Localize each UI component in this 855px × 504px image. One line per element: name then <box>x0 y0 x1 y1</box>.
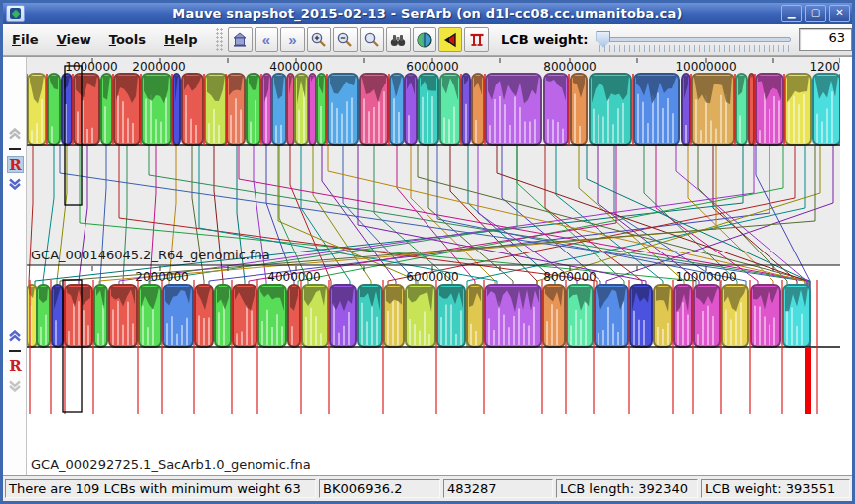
svg-text:4000000: 4000000 <box>267 270 320 284</box>
status-lcb-weight: LCB weight: 393551 <box>701 479 850 498</box>
app-window: Mauve snapshot_2015-02-13 - SerArb (on d… <box>0 0 855 504</box>
genome1-label: GCA_000146045.2_R64_genomic.fna <box>31 248 270 262</box>
status-lcb-length: LCB length: 392340 <box>556 479 698 498</box>
svg-text:10000000: 10000000 <box>675 60 736 74</box>
recolor-icon <box>441 31 459 49</box>
svg-text:8000000: 8000000 <box>543 270 596 284</box>
slider-groove <box>598 37 791 42</box>
maximize-button[interactable]: ▢ <box>805 5 826 22</box>
svg-text:8000000: 8000000 <box>543 60 596 74</box>
svg-text:6000000: 6000000 <box>406 60 458 74</box>
chevron-up-icon <box>8 128 22 140</box>
close-button[interactable]: ✕ <box>829 5 850 22</box>
window-title: Mauve snapshot_2015-02-13 - SerArb (on d… <box>3 6 852 21</box>
reverse-label: R <box>7 358 24 375</box>
status-contig-name: BK006936.2 <box>319 479 440 498</box>
home-button[interactable] <box>228 27 252 52</box>
status-lcb-count: There are 109 LCBs with minimum weight 6… <box>5 479 316 498</box>
find-button[interactable] <box>386 27 410 52</box>
genome1-move-up-button[interactable] <box>7 128 22 140</box>
svg-text:2000000: 2000000 <box>132 60 185 74</box>
forward-icon: » <box>288 32 296 47</box>
menu-help[interactable]: Help <box>155 32 206 47</box>
alignment-viewer: R R <box>3 56 852 476</box>
menu-file[interactable]: File <box>3 32 48 47</box>
toolbar-drag-handle[interactable] <box>216 28 224 52</box>
svg-text:10000000: 10000000 <box>675 270 736 284</box>
status-bar: There are 109 LCBs with minimum weight 6… <box>3 476 852 501</box>
genome2-label: GCA_000292725.1_SacArb1.0_genomic.fna <box>31 457 311 472</box>
zoom-select-button[interactable] <box>360 27 384 52</box>
lcb-weight-slider[interactable] <box>594 28 793 52</box>
zoom-out-icon <box>336 31 354 49</box>
lcb-weight-value[interactable]: 63 <box>799 28 852 51</box>
genome-viewport[interactable]: 1000000200000040000006000000800000010000… <box>27 57 849 475</box>
back-icon: « <box>262 32 270 47</box>
forward-button[interactable]: » <box>280 27 304 52</box>
genome-control-strip: R R <box>3 57 27 475</box>
globe-icon <box>416 31 433 49</box>
slider-ticks <box>599 45 791 52</box>
svg-text:12000000: 12000000 <box>809 60 840 74</box>
orthologs-button[interactable] <box>413 27 436 52</box>
genome2-move-up-button[interactable] <box>7 330 22 342</box>
genome1-move-down-button[interactable] <box>7 178 22 190</box>
genome-view-svg[interactable]: 1000000200000040000006000000800000010000… <box>27 57 840 476</box>
status-position: 483287 <box>443 479 553 498</box>
genome1-collapse-button[interactable] <box>7 148 22 150</box>
dash-icon <box>9 350 21 352</box>
svg-text:4000000: 4000000 <box>269 60 322 74</box>
lcb-weight-icon <box>468 31 486 49</box>
genome2-reverse-button[interactable]: R <box>7 358 22 375</box>
chevron-down-icon <box>8 178 22 190</box>
zoom-icon <box>363 31 381 49</box>
home-icon <box>231 31 249 49</box>
zoom-in-button[interactable] <box>307 27 331 52</box>
genome2-collapse-button[interactable] <box>7 350 22 352</box>
menu-tools[interactable]: Tools <box>100 32 155 47</box>
recolor-button[interactable] <box>438 27 462 52</box>
chevron-down-icon <box>8 380 22 392</box>
lcb-weight-label: LCB weight: <box>501 32 589 47</box>
binoculars-icon <box>389 31 407 49</box>
svg-text:6000000: 6000000 <box>406 270 458 284</box>
dash-icon <box>9 148 21 150</box>
zoom-in-icon <box>310 31 328 49</box>
svg-text:1000000: 1000000 <box>65 60 117 74</box>
title-bar[interactable]: Mauve snapshot_2015-02-13 - SerArb (on d… <box>3 3 852 24</box>
lcb-weight-button[interactable] <box>464 27 488 52</box>
genome2-move-down-button[interactable] <box>7 380 22 392</box>
minimize-button[interactable]: ▁ <box>781 5 802 22</box>
reverse-label: R <box>7 156 24 173</box>
zoom-out-button[interactable] <box>333 27 357 52</box>
menu-view[interactable]: View <box>48 32 100 47</box>
chevron-up-icon <box>8 330 22 342</box>
genome1-reverse-button[interactable]: R <box>7 156 22 173</box>
back-button[interactable]: « <box>255 27 278 52</box>
menu-toolbar: File View Tools Help « » <box>3 24 852 56</box>
